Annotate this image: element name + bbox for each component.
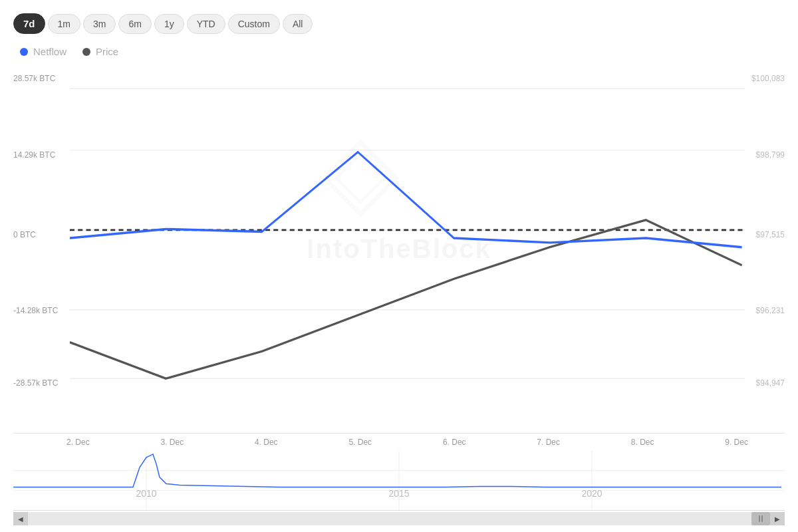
y-right-label-5: $94,947 [756, 378, 785, 388]
legend-netflow: Netflow [20, 46, 66, 57]
btn-3m[interactable]: 3m [83, 14, 116, 34]
time-range-bar: 7d 1m 3m 6m 1y YTD Custom All [13, 13, 785, 34]
scrollbar[interactable]: ◀ ▶ [13, 512, 785, 525]
main-chart-svg [13, 70, 785, 433]
svg-text:2015: 2015 [388, 488, 409, 499]
x-label-1: 3. Dec [160, 438, 184, 447]
chart-area: IntoTheBlock 28.57k BTC 14.29k BTC 0 BTC… [13, 70, 785, 525]
y-right-label-1: $100,083 [751, 74, 785, 83]
y-right-label-2: $98,799 [756, 150, 785, 160]
mini-chart-svg: 2010 2015 2020 [13, 451, 785, 510]
btn-custom[interactable]: Custom [228, 14, 280, 34]
chart-legend: Netflow Price [13, 46, 785, 57]
btn-1y[interactable]: 1y [154, 14, 184, 34]
scroll-left-button[interactable]: ◀ [13, 512, 28, 525]
y-left-label-5: -28.57k BTC [13, 378, 58, 388]
thumb-line-1 [759, 515, 760, 522]
x-label-0: 2. Dec [66, 438, 90, 447]
main-container: 7d 1m 3m 6m 1y YTD Custom All Netflow Pr… [0, 0, 798, 532]
svg-text:2010: 2010 [136, 488, 156, 499]
legend-price: Price [82, 46, 118, 57]
y-left-label-4: -14.28k BTC [13, 306, 58, 315]
x-label-5: 7. Dec [537, 438, 560, 447]
mini-chart: 2010 2015 2020 [13, 451, 785, 511]
svg-text:2020: 2020 [581, 488, 602, 499]
scrollbar-track[interactable] [28, 512, 770, 525]
y-left-label-1: 28.57k BTC [13, 74, 55, 83]
y-left-label-2: 14.29k BTC [13, 150, 55, 160]
btn-ytd[interactable]: YTD [187, 14, 225, 34]
btn-7d[interactable]: 7d [13, 13, 45, 34]
y-left-label-3: 0 BTC [13, 230, 36, 239]
scrollbar-thumb[interactable] [751, 512, 770, 525]
price-label: Price [96, 46, 118, 57]
price-dot [82, 48, 90, 56]
netflow-label: Netflow [33, 46, 66, 57]
x-label-7: 9. Dec [725, 438, 748, 447]
scroll-right-button[interactable]: ▶ [770, 512, 785, 525]
btn-all[interactable]: All [283, 14, 313, 34]
thumb-line-2 [761, 515, 763, 522]
x-label-6: 8. Dec [631, 438, 654, 447]
x-label-4: 6. Dec [443, 438, 466, 447]
netflow-line [70, 152, 742, 247]
x-axis: 2. Dec 3. Dec 4. Dec 5. Dec 6. Dec 7. De… [13, 434, 785, 451]
y-right-label-4: $96,231 [756, 306, 785, 315]
thumb-lines [759, 515, 763, 522]
x-label-2: 4. Dec [255, 438, 278, 447]
netflow-dot [20, 48, 28, 56]
x-label-3: 5. Dec [348, 438, 372, 447]
btn-1m[interactable]: 1m [48, 14, 80, 34]
price-line [70, 220, 742, 378]
main-chart: IntoTheBlock 28.57k BTC 14.29k BTC 0 BTC… [13, 70, 785, 434]
btn-6m[interactable]: 6m [118, 14, 151, 34]
y-right-label-3: $97,515 [756, 230, 785, 239]
